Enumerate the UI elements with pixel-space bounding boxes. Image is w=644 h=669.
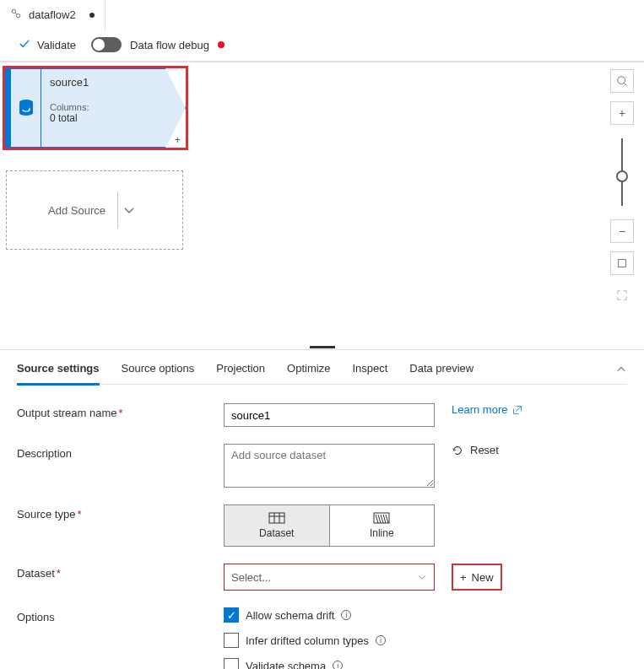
dataset-label: Dataset <box>17 567 55 580</box>
add-source-button[interactable]: Add Source <box>6 170 183 250</box>
new-dataset-button[interactable]: + New <box>452 564 502 591</box>
tab-inspect[interactable]: Inspect <box>352 362 387 384</box>
node-title: source1 <box>50 76 160 89</box>
output-stream-input[interactable] <box>224 403 435 427</box>
chevron-down-icon <box>117 192 141 229</box>
chevron-down-icon <box>417 572 427 582</box>
info-icon[interactable]: i <box>333 661 343 669</box>
infer-drifted-label: Infer drifted column types <box>246 634 369 647</box>
tab-projection[interactable]: Projection <box>216 362 265 384</box>
validate-label: Validate <box>37 39 76 51</box>
svg-point-3 <box>618 77 625 84</box>
node-stripe <box>5 68 11 148</box>
debug-label: Data flow debug <box>130 39 209 51</box>
check-icon <box>19 38 30 52</box>
infer-drifted-checkbox[interactable] <box>224 633 239 648</box>
fit-to-screen-button[interactable] <box>610 251 634 275</box>
canvas-search-button[interactable] <box>610 69 634 93</box>
zoom-out-button[interactable]: − <box>610 219 634 243</box>
svg-point-1 <box>16 13 19 17</box>
svg-rect-5 <box>269 513 284 523</box>
svg-rect-4 <box>619 260 626 267</box>
node-columns-label: Columns: <box>50 102 160 112</box>
allow-schema-drift-label: Allow schema drift <box>246 609 334 622</box>
tab-row: dataflow2 <box>0 0 644 30</box>
table-icon <box>268 512 285 524</box>
source-type-label: Source type <box>17 508 75 521</box>
tab-optimize[interactable]: Optimize <box>287 362 330 384</box>
reset-button[interactable]: Reset <box>452 444 499 456</box>
debug-toggle[interactable] <box>91 37 122 52</box>
source-icon <box>11 68 41 148</box>
info-icon[interactable]: i <box>341 610 351 620</box>
source-node[interactable]: source1 Columns: 0 total + <box>3 66 188 150</box>
reset-icon <box>452 445 463 456</box>
tab-source-settings[interactable]: Source settings <box>17 362 100 386</box>
source-type-dataset[interactable]: Dataset <box>225 505 330 546</box>
zoom-slider-thumb[interactable] <box>616 170 628 182</box>
add-transform-icon[interactable]: + <box>175 134 181 146</box>
options-label: Options <box>17 611 55 623</box>
description-textarea[interactable] <box>224 444 435 488</box>
inline-icon <box>373 512 390 524</box>
output-stream-label: Output stream name <box>17 407 117 419</box>
tab-source-options[interactable]: Source options <box>122 362 195 384</box>
info-icon[interactable]: i <box>376 635 386 645</box>
validate-schema-label: Validate schema <box>246 660 326 670</box>
dataflow-canvas[interactable]: source1 Columns: 0 total + Add Source + … <box>0 62 644 349</box>
allow-schema-drift-checkbox[interactable]: ✓ <box>224 607 239 623</box>
source-type-inline[interactable]: Inline <box>330 505 435 546</box>
collapse-panel-icon[interactable] <box>615 364 627 378</box>
source-type-segmented: Dataset Inline <box>224 504 435 547</box>
svg-point-0 <box>12 9 15 13</box>
validate-button[interactable]: Validate <box>19 38 76 52</box>
debug-status-dot <box>218 41 225 48</box>
dataset-select[interactable]: Select... <box>224 564 435 591</box>
learn-more-link[interactable]: Learn more <box>452 403 522 416</box>
validate-schema-checkbox[interactable] <box>224 658 239 669</box>
add-source-label: Add Source <box>48 204 106 217</box>
external-link-icon <box>512 405 522 415</box>
fullscreen-button[interactable] <box>610 283 634 307</box>
file-tab[interactable]: dataflow2 <box>0 0 106 30</box>
tab-title: dataflow2 <box>29 8 76 21</box>
description-label: Description <box>17 447 72 460</box>
plus-icon: + <box>460 571 467 584</box>
panel-tabs: Source settings Source options Projectio… <box>17 362 627 385</box>
node-columns-value: 0 total <box>50 112 160 124</box>
tab-data-preview[interactable]: Data preview <box>409 362 474 384</box>
unsaved-indicator <box>89 13 95 18</box>
zoom-slider[interactable] <box>621 138 623 206</box>
dataflow-icon <box>10 8 22 22</box>
zoom-in-button[interactable]: + <box>610 101 634 125</box>
